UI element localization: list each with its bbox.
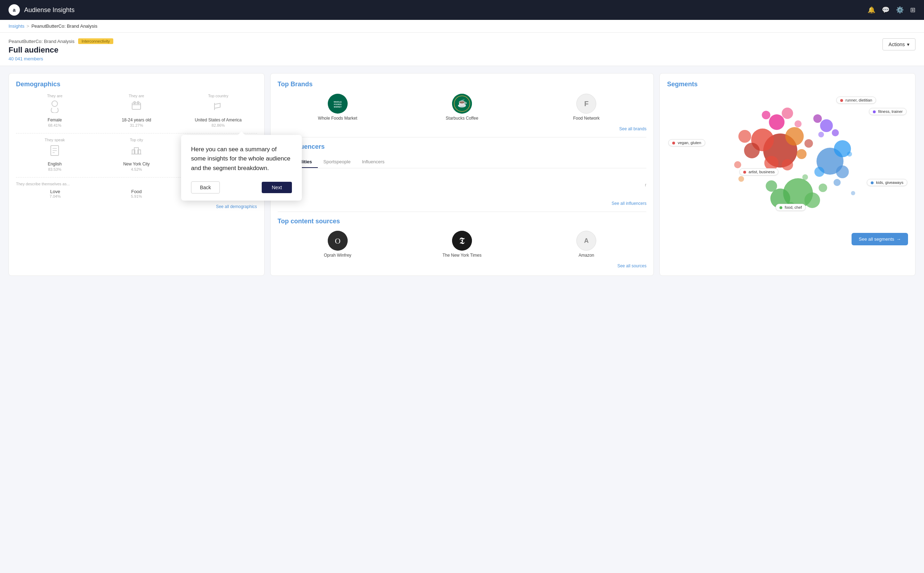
popover-overlay: Here you can see a summary of some insig…: [0, 0, 924, 283]
popover-text: Here you can see a summary of some insig…: [191, 145, 292, 173]
next-button[interactable]: Next: [262, 182, 292, 193]
popover: Here you can see a summary of some insig…: [181, 135, 302, 200]
back-button[interactable]: Back: [191, 182, 220, 194]
popover-actions: Back Next: [191, 182, 292, 194]
